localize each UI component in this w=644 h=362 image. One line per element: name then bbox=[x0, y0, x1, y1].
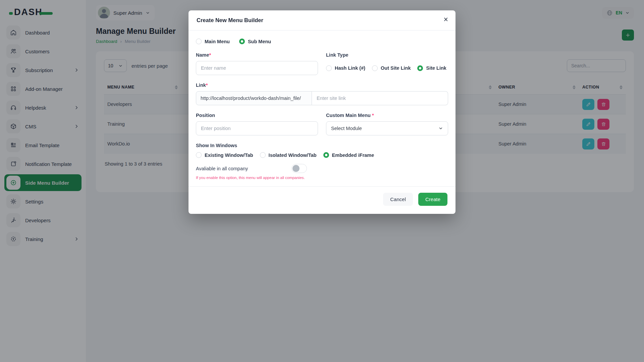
show-in-windows-group: Show In Windows Existing Window/Tab Isol… bbox=[196, 143, 448, 158]
radio-icon bbox=[260, 152, 266, 158]
radio-icon bbox=[372, 65, 378, 71]
radio-icon bbox=[417, 65, 423, 71]
radio-out-site-link[interactable]: Out Site Link bbox=[372, 65, 411, 71]
position-input[interactable] bbox=[196, 121, 318, 135]
radio-isolated-window[interactable]: Isolated Window/Tab bbox=[260, 152, 317, 158]
module-select-value: Select Module bbox=[331, 126, 362, 131]
module-select[interactable]: Select Module bbox=[326, 121, 448, 135]
link-type-group: Link Type Hash Link (#) Out Site Link Si… bbox=[326, 52, 448, 75]
link-label: Link* bbox=[196, 82, 448, 88]
menu-type-radio-group: Main Menu Sub Menu bbox=[196, 39, 448, 44]
show-in-windows-label: Show In Windows bbox=[196, 143, 448, 148]
name-input[interactable] bbox=[196, 61, 318, 75]
name-field-group: Name* bbox=[196, 52, 318, 75]
create-menu-builder-modal: Create New Menu Builder × Main Menu Sub … bbox=[189, 10, 455, 214]
toggle-knob bbox=[292, 165, 300, 172]
radio-icon bbox=[326, 65, 332, 71]
name-label: Name* bbox=[196, 52, 318, 58]
available-company-helper: If you enable this option, this menu wil… bbox=[196, 176, 448, 180]
position-field-group: Position bbox=[196, 113, 318, 135]
radio-icon bbox=[323, 152, 329, 158]
required-asterisk: * bbox=[209, 52, 211, 58]
custom-main-menu-label: Custom Main Menu * bbox=[326, 113, 448, 118]
modal-header: Create New Menu Builder × bbox=[189, 10, 455, 31]
radio-icon bbox=[196, 39, 202, 44]
link-type-radio-group: Hash Link (#) Out Site Link Site Link bbox=[326, 61, 448, 75]
site-link-input[interactable] bbox=[312, 91, 448, 105]
radio-hash-link[interactable]: Hash Link (#) bbox=[326, 65, 365, 71]
radio-embedded-iframe[interactable]: Embedded iFrame bbox=[323, 152, 374, 158]
radio-main-menu[interactable]: Main Menu bbox=[196, 39, 230, 44]
create-button[interactable]: Create bbox=[418, 193, 447, 206]
radio-sub-menu[interactable]: Sub Menu bbox=[239, 39, 271, 44]
close-icon[interactable]: × bbox=[444, 16, 448, 23]
available-company-group: Avaliable in all company If you enable t… bbox=[196, 164, 448, 180]
available-company-label: Avaliable in all company bbox=[196, 166, 248, 171]
link-url-prefix: http://localhost/product/workdo-dash/mai… bbox=[196, 91, 312, 105]
radio-icon bbox=[239, 39, 245, 44]
link-type-label: Link Type bbox=[326, 52, 448, 58]
modal-body: Main Menu Sub Menu Name* Link Type Hash … bbox=[189, 31, 455, 180]
position-label: Position bbox=[196, 113, 318, 118]
required-asterisk: * bbox=[206, 82, 208, 88]
radio-existing-window[interactable]: Existing Window/Tab bbox=[196, 152, 253, 158]
cancel-button[interactable]: Cancel bbox=[383, 193, 413, 206]
radio-site-link[interactable]: Site Link bbox=[417, 65, 446, 71]
available-company-toggle[interactable] bbox=[291, 164, 307, 173]
radio-icon bbox=[196, 152, 202, 158]
link-field-group: Link* http://localhost/product/workdo-da… bbox=[196, 82, 448, 105]
required-asterisk: * bbox=[372, 113, 374, 118]
modal-title: Create New Menu Builder bbox=[197, 17, 263, 23]
modal-footer: Cancel Create bbox=[189, 186, 455, 214]
show-in-windows-radio-group: Existing Window/Tab Isolated Window/Tab … bbox=[196, 152, 448, 158]
custom-main-menu-group: Custom Main Menu * Select Module bbox=[326, 113, 448, 135]
chevron-down-icon bbox=[438, 126, 443, 131]
